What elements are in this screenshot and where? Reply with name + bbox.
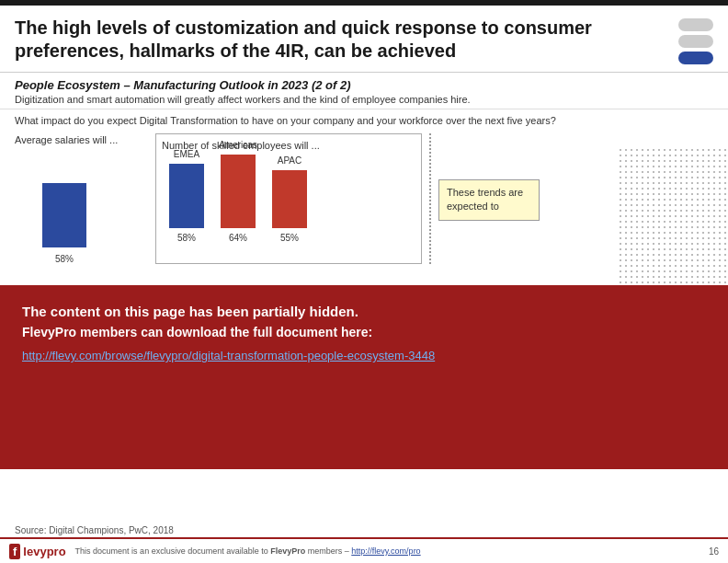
logo-f: f	[9, 544, 20, 559]
footer-desc-text: This document is an exclusive document a…	[75, 546, 271, 556]
red-banner-line1: The content on this page has been partia…	[22, 304, 706, 319]
chart-middle: Number of skilled employees will ... EME…	[155, 133, 422, 264]
icon-pill-dark	[678, 52, 713, 64]
emea-bar	[169, 164, 204, 228]
chart-left-label: Average salaries will ...	[15, 133, 118, 161]
emea-pct: 58%	[177, 233, 196, 243]
header-section: The high levels of customization and qui…	[0, 6, 728, 73]
subtitle-sub: Digitization and smart automation will g…	[15, 94, 713, 105]
callout-text: These trends are expected to	[447, 187, 523, 212]
bar-group-apac: APAC 55%	[272, 170, 307, 228]
callout-box: These trends are expected to	[438, 179, 540, 221]
americas-pct: 64%	[229, 233, 247, 243]
icon-pill-light2	[678, 35, 713, 48]
page-title: The high levels of customization and qui…	[15, 17, 640, 63]
chart-left-bar-label: 58%	[42, 254, 86, 264]
americas-label: Americas	[219, 140, 257, 150]
header-icons	[678, 18, 713, 64]
question-section: What impact do you expect Digital Transf…	[0, 109, 728, 130]
bar-group-americas: Americas 64%	[221, 155, 256, 228]
subtitle-main: People Ecosystem – Manufacturing Outlook…	[15, 78, 713, 92]
subtitle-section: People Ecosystem – Manufacturing Outlook…	[0, 73, 728, 109]
chart-left-bar-container: 58%	[15, 165, 86, 247]
apac-label: APAC	[278, 155, 302, 166]
emea-label: EMEA	[174, 149, 199, 159]
chart-left-bar: 58%	[42, 183, 86, 247]
americas-bar	[221, 155, 256, 228]
footer-logo: f levypro	[9, 544, 66, 559]
footer: f levypro This document is an exclusive …	[0, 537, 728, 563]
red-banner-line2: FlevyPro members can download the full d…	[22, 325, 706, 339]
apac-bar	[272, 170, 307, 228]
question-text: What impact do you expect Digital Transf…	[15, 115, 713, 126]
bar-group-emea: EMEA 58%	[169, 164, 204, 228]
footer-middle: members –	[305, 546, 351, 556]
apac-pct: 55%	[280, 233, 299, 243]
red-banner-link[interactable]: http://flevy.com/browse/flevypro/digital…	[22, 349, 435, 362]
chart-middle-label: Number of skilled employees will ...	[162, 140, 415, 151]
footer-bold: FlevyPro	[270, 546, 305, 556]
footer-description: This document is an exclusive document a…	[75, 546, 700, 556]
footer-page-number: 16	[709, 546, 719, 557]
chart-left: Average salaries will ... 58%	[15, 133, 148, 264]
red-banner: The content on this page has been partia…	[0, 285, 728, 469]
dotted-background	[618, 147, 728, 285]
chart-middle-bars: EMEA 58% Americas 64% APAC 55%	[162, 155, 415, 228]
logo-rest: levypro	[23, 545, 65, 558]
icon-pill-light	[678, 18, 713, 31]
footer-link[interactable]: http://flevy.com/pro	[351, 546, 420, 556]
source-line: Source: Digital Champions, PwC, 2018	[15, 525, 174, 535]
